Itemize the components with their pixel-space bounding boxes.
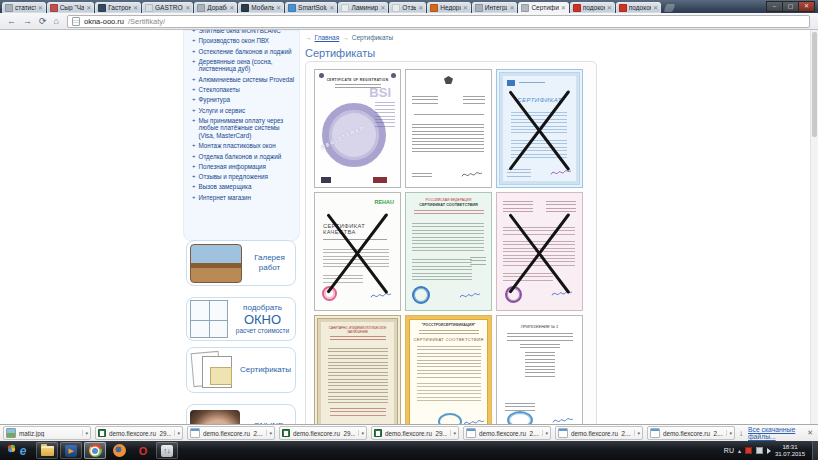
sidebar-menu-link[interactable]: Отделка балконов и лоджий <box>199 153 282 161</box>
tab-close-icon[interactable]: ✕ <box>229 5 234 11</box>
cert-attachment-1[interactable]: ПРИЛОЖЕНИЕ № 1 <box>496 315 583 424</box>
download-item[interactable]: demo.flexcore.ru_29....csv▾ <box>95 426 183 440</box>
download-item[interactable]: demo.flexcore.ru_29....csv▾ <box>371 426 459 440</box>
cert-blue-diploma[interactable]: СЕРТИФИКАТ <box>496 69 583 188</box>
sidebar-menu-link[interactable]: Фурнитура <box>199 96 230 104</box>
sidebar-menu-item[interactable]: +Отзывы и предложения <box>192 173 296 181</box>
taskbar-button-wmp[interactable]: ▶ <box>60 442 82 459</box>
sidebar-menu-link[interactable]: Интернет магазин <box>199 194 252 202</box>
browser-tab[interactable]: Гастрономи✕ <box>95 2 141 13</box>
taskbar-button-updown[interactable]: ↑↓ <box>156 442 178 459</box>
browser-tab[interactable]: Отзывы✕ <box>389 2 426 13</box>
browser-tab[interactable]: статистика✕ <box>2 2 46 13</box>
download-caret-icon[interactable]: ▾ <box>634 430 640 436</box>
show-desktop-button[interactable] <box>812 441 818 460</box>
browser-tab[interactable]: Сертификаты✕ <box>518 2 568 13</box>
taskbar-clock[interactable]: 18:31 31.07.2015 <box>775 444 805 458</box>
cert-pink-document[interactable] <box>496 192 583 311</box>
close-button[interactable]: ✕ <box>798 1 815 12</box>
browser-tab[interactable]: Ламинирован✕ <box>338 2 388 13</box>
page-scrollbar[interactable] <box>810 30 818 424</box>
address-bar[interactable]: okna-ooo.ru/Sertifikaty/ <box>67 15 810 28</box>
home-icon[interactable]: ⌂ <box>54 16 59 26</box>
sidebar-menu-item[interactable]: +Интернет магазин <box>192 194 296 202</box>
sidebar-menu-link[interactable]: Отзывы и предложения <box>199 173 268 181</box>
sidebar-menu-link[interactable]: Алюминиевые системы Provedal <box>199 76 295 84</box>
download-caret-icon[interactable]: ▾ <box>358 430 364 436</box>
maximize-button[interactable]: ▢ <box>782 1 798 12</box>
language-indicator[interactable]: RU <box>724 447 734 454</box>
browser-tab[interactable]: Мобильный✕ <box>238 2 284 13</box>
sidebar-widget-certs[interactable]: Сертификаты <box>186 347 296 393</box>
sidebar-menu-item[interactable]: +Элитные окна MONTBLANC <box>192 30 296 35</box>
cert-bsi-registration[interactable]: CERTIFICATE OF REGISTRATIONBSIREGISTERED <box>314 69 401 188</box>
sidebar-menu-item[interactable]: +Алюминиевые системы Provedal <box>192 76 296 84</box>
taskbar-button-chrome[interactable] <box>84 442 106 459</box>
scrollbar-thumb[interactable] <box>812 32 817 137</box>
sidebar-menu-item[interactable]: +Отделка балконов и лоджий <box>192 153 296 161</box>
sidebar-menu-link[interactable]: Вызов замерщика <box>199 183 252 191</box>
sidebar-menu-link[interactable]: Элитные окна MONTBLANC <box>199 30 281 35</box>
sidebar-menu-link[interactable]: Полезная информация <box>199 163 267 171</box>
download-caret-icon[interactable]: ▾ <box>266 430 272 436</box>
sidebar-menu-item[interactable]: +Услуги и сервис <box>192 107 296 115</box>
download-caret-icon[interactable]: ▾ <box>726 430 732 436</box>
tray-app-icon[interactable] <box>745 447 752 454</box>
minimize-button[interactable]: – <box>766 1 782 12</box>
taskbar-button-start[interactable] <box>0 442 11 460</box>
tray-volume-icon[interactable] <box>767 448 771 454</box>
download-item[interactable]: matiz.jpg▾ <box>3 426 91 440</box>
downloads-bar-close-icon[interactable]: ✕ <box>807 429 813 437</box>
tab-close-icon[interactable]: ✕ <box>653 5 658 11</box>
forward-icon[interactable]: → <box>23 16 32 26</box>
tab-close-icon[interactable]: ✕ <box>509 5 514 11</box>
download-item[interactable]: demo.flexcore.ru_29....csv▾ <box>279 426 367 440</box>
sidebar-menu-item[interactable]: +Деревянные окна (сосна, лиственница дуб… <box>192 58 296 73</box>
cert-conformity-rf[interactable]: РОССИЙСКАЯ ФЕДЕРАЦИЯСЕРТИФИКАТ СООТВЕТСТ… <box>405 192 492 311</box>
cert-sanitary-conclusion[interactable]: САНИТАРНО-ЭПИДЕМИОЛОГИЧЕСКОЕ ЗАКЛЮЧЕНИЕ <box>314 315 401 424</box>
browser-tab[interactable]: Недорогие✕ <box>427 2 470 13</box>
sidebar-menu-link[interactable]: Мы принимаем оплату через любые платёжны… <box>199 117 296 140</box>
download-item[interactable]: demo.flexcore.ru_2....html▾ <box>463 426 551 440</box>
sidebar-menu-link[interactable]: Стеклопакеты <box>199 86 240 94</box>
taskbar-button-explorer[interactable] <box>36 442 58 459</box>
download-item[interactable]: demo.flexcore.ru_2....html▾ <box>555 426 643 440</box>
sidebar-menu-item[interactable]: +Стеклопакеты <box>192 86 296 94</box>
download-caret-icon[interactable]: ▾ <box>82 430 88 436</box>
sidebar-menu-link[interactable]: Производство окон ПВХ <box>199 37 270 45</box>
taskbar-button-ie[interactable]: e <box>12 442 34 459</box>
browser-tab[interactable]: SmartSolutions✕ <box>285 2 337 13</box>
download-caret-icon[interactable]: ▾ <box>450 430 456 436</box>
sidebar-menu-item[interactable]: +Остекление балконов и лоджий <box>192 48 296 56</box>
sidebar-menu-link[interactable]: Услуги и сервис <box>199 107 246 115</box>
sidebar-menu-item[interactable]: +Монтаж пластиковых окон <box>192 142 296 150</box>
sidebar-widget-gallery[interactable]: Галерея работ <box>186 240 296 286</box>
tab-close-icon[interactable]: ✕ <box>380 5 385 11</box>
sidebar-menu-link[interactable]: Деревянные окна (сосна, лиственница дуб) <box>199 58 296 73</box>
cert-rehau-quality[interactable]: REHAUСЕРТИФИКАТ КАЧЕСТВА <box>314 192 401 311</box>
cert-rosstroy-conformity[interactable]: "РОССТРОЙСЕРТИФИКАЦИЯ"СЕРТИФИКАТ СООТВЕТ… <box>405 315 492 424</box>
download-item[interactable]: demo.flexcore.ru_2....html▾ <box>187 426 275 440</box>
browser-tab[interactable]: Сыр "Чанах"✕ <box>47 2 95 13</box>
taskbar-button-opera[interactable]: O <box>132 442 154 459</box>
sidebar-menu-item[interactable]: +Вызов замерщика <box>192 183 296 191</box>
sidebar-widget-calc[interactable]: подобратьОКНОрасчет стоимости <box>186 297 296 341</box>
hidden-icons-caret[interactable]: ▴ <box>738 447 741 454</box>
tab-close-icon[interactable]: ✕ <box>133 5 138 11</box>
sidebar-menu-link[interactable]: Монтаж пластиковых окон <box>199 142 276 150</box>
reload-icon[interactable]: ⟳ <box>39 16 47 26</box>
breadcrumb-home-link[interactable]: Главная <box>315 34 340 41</box>
sidebar-menu-item[interactable]: +Фурнитура <box>192 96 296 104</box>
browser-tab[interactable]: GASTRONOM✕ <box>142 2 193 13</box>
tab-close-icon[interactable]: ✕ <box>418 5 423 11</box>
sidebar-menu-item[interactable]: +Полезная информация <box>192 163 296 171</box>
tab-close-icon[interactable]: ✕ <box>185 5 190 11</box>
download-item[interactable]: demo.flexcore.ru_2....html▾ <box>647 426 735 440</box>
tab-close-icon[interactable]: ✕ <box>86 5 91 11</box>
tab-close-icon[interactable]: ✕ <box>561 5 566 11</box>
tab-close-icon[interactable]: ✕ <box>38 5 43 11</box>
tray-network-icon[interactable] <box>756 447 763 454</box>
sidebar-menu-item[interactable]: +Производство окон ПВХ <box>192 37 296 45</box>
sidebar-widget-online[interactable]: ONLINE <box>186 404 296 424</box>
back-icon[interactable]: ← <box>7 16 16 26</box>
